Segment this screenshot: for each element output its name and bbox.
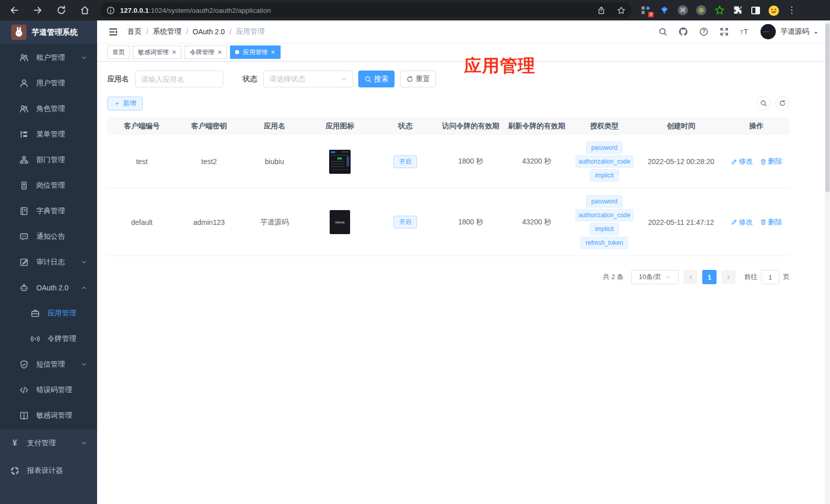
- briefcase-icon: [31, 309, 40, 318]
- profile-avatar-icon[interactable]: [768, 5, 778, 15]
- open-book-icon: [19, 411, 29, 420]
- sidebar-item-error-code[interactable]: 错误码管理: [0, 377, 97, 403]
- sidebar-item-oauth[interactable]: OAuth 2.0: [0, 275, 97, 301]
- fullscreen-icon[interactable]: [720, 27, 729, 36]
- browser-home-icon[interactable]: [80, 5, 90, 15]
- sidebar: 芋道管理系统 租户管理 用户管理 角色管理 菜单管理 部门管理 岗位管理 字典管…: [0, 20, 97, 504]
- browser-toolbar: 127.0.0.1:1024/system/oauth2/oauth2/appl…: [0, 0, 830, 20]
- close-icon[interactable]: ✕: [172, 49, 176, 56]
- sidebar-item-menu[interactable]: 菜单管理: [0, 122, 97, 147]
- extension-grid-icon[interactable]: 9: [641, 5, 651, 15]
- address-bar[interactable]: 127.0.0.1:1024/system/oauth2/oauth2/appl…: [100, 3, 632, 18]
- sidebar-item-label: 部门管理: [36, 155, 65, 165]
- goto-label: 前往: [744, 272, 757, 282]
- table-row: default admin123 芋道源码 GitHub 开启 1800 秒 4…: [107, 189, 790, 256]
- page-number-button[interactable]: 1: [702, 270, 717, 284]
- sidebar-item-label: 短信管理: [36, 360, 65, 369]
- extensions-puzzle-icon[interactable]: [733, 5, 743, 15]
- status-select[interactable]: 请选择状态: [263, 71, 353, 87]
- robot-icon: [19, 283, 29, 292]
- user-icon: [19, 79, 29, 88]
- green-star-extension-icon[interactable]: [714, 5, 725, 15]
- sidebar-item-notice[interactable]: 通知公告: [0, 224, 97, 249]
- search-icon: [364, 76, 372, 83]
- user-avatar[interactable]: [760, 24, 776, 39]
- user-menu-caret-icon[interactable]: [813, 30, 819, 36]
- close-icon[interactable]: ✕: [270, 49, 275, 56]
- show-search-toggle-button[interactable]: [756, 96, 771, 110]
- cell-app-name: biubiu: [242, 157, 307, 166]
- breadcrumb: 首页/ 系统管理/ OAuth 2.0/ 应用管理: [127, 27, 265, 36]
- github-icon[interactable]: [679, 27, 688, 36]
- status-badge[interactable]: 开启: [394, 155, 417, 168]
- tab-sensitive-word[interactable]: 敏感词管理✕: [133, 45, 181, 59]
- sidebar-item-sensitive-word[interactable]: 敏感词管理: [0, 403, 97, 428]
- app-logo[interactable]: 芋道管理系统: [0, 20, 97, 44]
- prev-page-button[interactable]: [683, 270, 698, 284]
- sidebar-item-dict[interactable]: 字典管理: [0, 198, 97, 224]
- gem-extension-icon[interactable]: [659, 5, 670, 15]
- edit-link[interactable]: 修改: [731, 157, 753, 166]
- tab-home[interactable]: 首页: [107, 45, 130, 59]
- tab-application[interactable]: 应用管理✕: [230, 45, 280, 59]
- sidebar-item-oauth-application[interactable]: 应用管理: [0, 301, 97, 326]
- breadcrumb-system[interactable]: 系统管理: [153, 27, 181, 36]
- search-button[interactable]: 搜索: [358, 71, 395, 87]
- edit-pencil-icon: [731, 158, 737, 165]
- share-icon[interactable]: [597, 6, 606, 15]
- command-extension-icon[interactable]: ⌘: [678, 5, 688, 15]
- sidebar-fold-icon[interactable]: [108, 27, 118, 37]
- breadcrumb-home[interactable]: 首页: [127, 27, 142, 36]
- sidebar-item-dept[interactable]: 部门管理: [0, 147, 97, 173]
- site-info-icon[interactable]: [106, 6, 115, 15]
- close-icon[interactable]: ✕: [217, 49, 222, 56]
- header-search-icon[interactable]: [658, 27, 667, 36]
- grant-type-tag: authorization_code: [575, 155, 633, 168]
- bookmark-star-icon[interactable]: [617, 6, 626, 15]
- sidebar-item-role[interactable]: 角色管理: [0, 96, 97, 122]
- sidebar-item-audit-log[interactable]: 审计日志: [0, 249, 97, 275]
- status-label: 状态: [243, 75, 257, 84]
- shield-check-icon: [19, 360, 29, 369]
- font-size-icon[interactable]: [740, 27, 749, 36]
- sidebar-item-oauth-token[interactable]: 令牌管理: [0, 326, 97, 352]
- browser-menu-icon[interactable]: ⋮: [787, 5, 797, 15]
- badge-icon: [19, 181, 29, 190]
- sidebar-item-label: 字典管理: [36, 207, 65, 216]
- cell-app-name: 芋道源码: [242, 218, 307, 227]
- edit-link[interactable]: 修改: [731, 218, 753, 227]
- sidebar-item-label: 支付管理: [27, 439, 56, 448]
- sidebar-item-sms[interactable]: 短信管理: [0, 352, 97, 377]
- browser-back-icon[interactable]: [9, 5, 19, 15]
- sidebar-item-tenant[interactable]: 租户管理: [0, 45, 97, 71]
- record-extension-icon[interactable]: [696, 5, 706, 15]
- split-view-icon[interactable]: [751, 7, 760, 14]
- reset-button[interactable]: 重置: [400, 71, 436, 87]
- tags-view-bar: 首页 敏感词管理✕ 令牌管理✕ 应用管理✕: [97, 43, 830, 61]
- delete-link[interactable]: 删除: [760, 157, 782, 166]
- goto-page-input[interactable]: [761, 270, 779, 284]
- applications-table: 客户端编号 客户端密钥 应用名 应用图标 状态 访问令牌的有效期 刷新令牌的有效…: [107, 117, 790, 256]
- sidebar-item-payment[interactable]: 支付管理: [0, 429, 97, 457]
- status-badge[interactable]: 开启: [394, 216, 417, 228]
- add-button[interactable]: ＋新增: [107, 97, 143, 110]
- delete-link[interactable]: 删除: [760, 218, 782, 227]
- tab-token[interactable]: 令牌管理✕: [185, 45, 227, 59]
- sidebar-item-user[interactable]: 用户管理: [0, 71, 97, 96]
- sidebar-item-label: 令牌管理: [48, 334, 76, 343]
- browser-forward-icon[interactable]: [33, 5, 43, 15]
- next-page-button[interactable]: [721, 270, 735, 284]
- help-icon[interactable]: [699, 27, 708, 36]
- page-size-select[interactable]: 10条/页: [631, 270, 679, 284]
- page-scrollbar[interactable]: [825, 20, 830, 504]
- announcement-icon: [19, 232, 29, 241]
- breadcrumb-oauth[interactable]: OAuth 2.0: [193, 28, 225, 36]
- app-name-input[interactable]: [135, 71, 223, 87]
- sidebar-item-report-designer[interactable]: 报表设计器: [0, 457, 97, 485]
- app-title: 芋道管理系统: [32, 28, 78, 37]
- username[interactable]: 芋道源码: [780, 27, 809, 36]
- browser-reload-icon[interactable]: [56, 5, 66, 15]
- refresh-table-button[interactable]: [775, 96, 790, 110]
- sidebar-item-post[interactable]: 岗位管理: [0, 173, 97, 198]
- annotation-text: 应用管理: [464, 54, 536, 78]
